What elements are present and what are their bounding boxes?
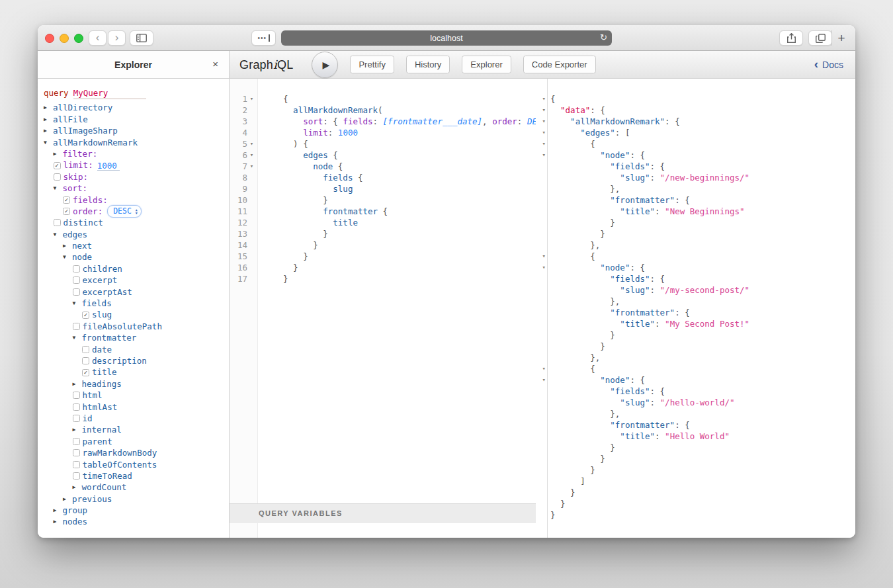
explorer-row-allImageSharp[interactable]: ▶allImageSharp — [38, 125, 229, 136]
checkbox-checked[interactable]: ✓ — [82, 369, 89, 376]
fold-icon[interactable]: ▾ — [536, 363, 547, 374]
explorer-row-allFile[interactable]: ▶allFile — [38, 114, 229, 125]
explorer-row-internal[interactable]: ▶internal — [38, 424, 229, 435]
explorer-row-htmlAst[interactable]: htmlAst — [38, 401, 229, 413]
fold-icon[interactable]: ▾ — [248, 93, 255, 105]
new-tab-button[interactable]: + — [831, 30, 851, 46]
explorer-row-description[interactable]: description — [38, 355, 229, 366]
checkbox-unchecked[interactable] — [73, 461, 80, 468]
explorer-row-rawMarkdownBody[interactable]: rawMarkdownBody — [38, 447, 229, 458]
explorer-row-group[interactable]: ▶group — [38, 505, 229, 516]
explorer-row-title[interactable]: ✓title — [38, 366, 229, 378]
collapse-icon[interactable]: ▼ — [54, 229, 63, 240]
explorer-row-skip[interactable]: skip: — [38, 171, 229, 183]
explorer-row-tableOfContents[interactable]: tableOfContents — [38, 459, 229, 470]
query-name-row[interactable]: queryMyQuery — [38, 87, 229, 99]
expand-icon[interactable]: ▶ — [63, 493, 72, 505]
checkbox-unchecked[interactable] — [82, 346, 89, 353]
close-window-button[interactable] — [45, 34, 54, 43]
fold-icon[interactable]: ▾ — [248, 161, 255, 172]
explorer-row-wordCount[interactable]: ▶wordCount — [38, 482, 229, 493]
close-icon[interactable]: × — [212, 58, 218, 69]
docs-toggle[interactable]: ‹ Docs — [814, 59, 843, 70]
fold-icon[interactable]: ▾ — [536, 93, 547, 105]
expand-icon[interactable]: ▶ — [54, 148, 63, 159]
collapse-icon[interactable]: ▼ — [73, 298, 82, 309]
minimize-window-button[interactable] — [60, 34, 69, 43]
tab-overview-button[interactable] — [808, 30, 832, 46]
explorer-row-fields[interactable]: ▼fields — [38, 298, 229, 309]
checkbox-unchecked[interactable] — [73, 403, 80, 411]
checkbox-unchecked[interactable] — [73, 392, 80, 399]
explorer-row-next[interactable]: ▶next — [38, 240, 229, 251]
expand-icon[interactable]: ▶ — [73, 424, 82, 435]
explorer-row-sort[interactable]: ▼sort: — [38, 183, 229, 194]
checkbox-checked[interactable]: ✓ — [63, 196, 70, 204]
fold-icon[interactable]: ▾ — [248, 149, 255, 161]
execute-button[interactable]: ▶ — [312, 52, 338, 78]
fold-icon[interactable]: ▾ — [536, 105, 547, 116]
checkbox-unchecked[interactable] — [82, 357, 89, 364]
checkbox-unchecked[interactable] — [73, 276, 80, 284]
explorer-row-id[interactable]: id — [38, 413, 229, 424]
expand-icon[interactable]: ▶ — [54, 505, 63, 516]
explorer-row-edges[interactable]: ▼edges — [38, 229, 229, 240]
reload-icon[interactable]: ↻ — [600, 32, 607, 42]
checkbox-unchecked[interactable] — [73, 472, 80, 480]
checkbox-unchecked[interactable] — [73, 288, 80, 296]
checkbox-unchecked[interactable] — [73, 415, 80, 422]
enum-select[interactable]: DESC▲▼ — [107, 205, 142, 218]
forward-button[interactable]: › — [108, 30, 126, 46]
fold-icon[interactable]: ▾ — [248, 138, 255, 149]
fold-icon[interactable]: ▾ — [536, 127, 547, 138]
explorer-row-frontmatter[interactable]: ▼frontmatter — [38, 332, 229, 343]
collapse-icon[interactable]: ▼ — [54, 183, 63, 194]
explorer-row-fileAbsolutePath[interactable]: fileAbsolutePath — [38, 321, 229, 332]
argument-value-input[interactable]: 1000 — [97, 160, 120, 171]
explorer-row-html[interactable]: html — [38, 390, 229, 401]
explorer-row-fields[interactable]: ✓fields: — [38, 194, 229, 206]
explorer-row-filter[interactable]: ▶filter: — [38, 148, 229, 159]
checkbox-checked[interactable]: ✓ — [63, 208, 70, 215]
explorer-row-slug[interactable]: ✓slug — [38, 309, 229, 320]
explorer-row-excerpt[interactable]: excerpt — [38, 274, 229, 286]
fold-icon[interactable]: ▾ — [536, 251, 547, 262]
checkbox-unchecked[interactable] — [54, 173, 61, 181]
fold-icon[interactable]: ▾ — [536, 149, 547, 161]
explorer-row-timeToRead[interactable]: timeToRead — [38, 470, 229, 482]
checkbox-unchecked[interactable] — [73, 449, 80, 456]
zoom-window-button[interactable] — [74, 34, 83, 43]
tab-group-button[interactable]: ••• — [251, 30, 276, 46]
toolbar-button-code-exporter[interactable]: Code Exporter — [523, 56, 596, 74]
expand-icon[interactable]: ▶ — [73, 482, 82, 493]
query-variables-bar[interactable]: QUERY VARIABLES — [230, 503, 536, 523]
checkbox-checked[interactable]: ✓ — [82, 312, 89, 319]
checkbox-checked[interactable]: ✓ — [54, 162, 61, 169]
explorer-row-previous[interactable]: ▶previous — [38, 493, 229, 505]
checkbox-unchecked[interactable] — [73, 438, 80, 445]
expand-icon[interactable]: ▶ — [73, 378, 82, 390]
toolbar-button-history[interactable]: History — [406, 56, 450, 74]
back-button[interactable]: ‹ — [89, 30, 106, 46]
explorer-row-limit[interactable]: ✓limit:1000 — [38, 159, 229, 171]
explorer-row-parent[interactable]: parent — [38, 436, 229, 447]
checkbox-unchecked[interactable] — [54, 219, 61, 226]
checkbox-unchecked[interactable] — [73, 265, 80, 273]
collapse-icon[interactable]: ▼ — [44, 137, 53, 148]
fold-icon[interactable]: ▾ — [536, 116, 547, 127]
expand-icon[interactable]: ▶ — [54, 516, 63, 527]
explorer-row-headings[interactable]: ▶headings — [38, 378, 229, 390]
explorer-row-nodes[interactable]: ▶nodes — [38, 516, 229, 527]
fold-icon[interactable]: ▾ — [536, 374, 547, 386]
toolbar-button-explorer[interactable]: Explorer — [462, 56, 511, 74]
explorer-row-date[interactable]: date — [38, 344, 229, 355]
explorer-row-allMarkdownRemark[interactable]: ▼allMarkdownRemark — [38, 137, 229, 148]
share-button[interactable] — [779, 30, 803, 46]
toolbar-button-prettify[interactable]: Prettify — [350, 56, 394, 74]
address-bar[interactable]: localhost ↻ — [281, 30, 612, 46]
fold-icon[interactable]: ▾ — [536, 138, 547, 149]
explorer-row-children[interactable]: children — [38, 263, 229, 274]
fold-icon[interactable]: ▾ — [536, 262, 547, 273]
query-editor[interactable]: { allMarkdownRemark( sort: { fields: [fr… — [258, 79, 536, 538]
explorer-row-node[interactable]: ▼node — [38, 251, 229, 263]
